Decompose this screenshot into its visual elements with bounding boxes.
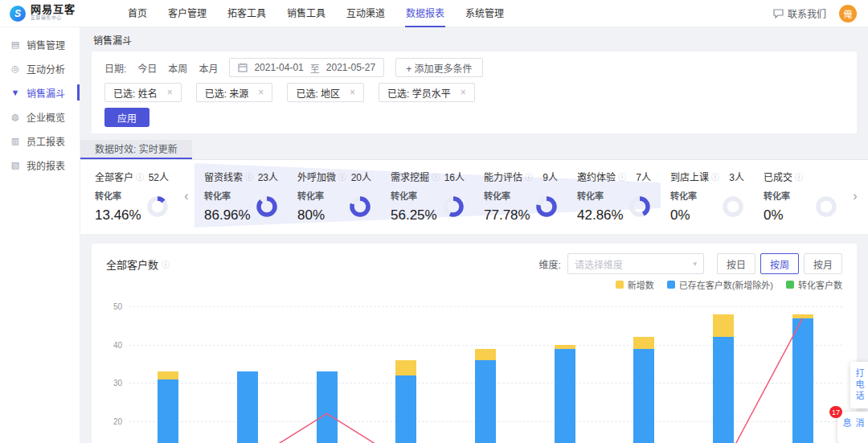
sales-manage-icon: ▤ [10, 39, 20, 50]
bar-8[interactable] [792, 314, 813, 443]
page-title: 销售漏斗 [80, 27, 868, 51]
filter-chip-0[interactable]: 已选: 姓名× [104, 83, 182, 102]
conversion-rate-value: 56.25% [391, 207, 437, 224]
gridline [129, 306, 842, 307]
date-to-value: 2021-05-27 [326, 62, 375, 73]
dimension-label: 维度: [539, 257, 561, 271]
legend-item-1[interactable]: 已存在客户数(新增除外) [667, 279, 773, 290]
filter-chip-3[interactable]: 已选: 学员水平× [379, 83, 475, 102]
bar-0[interactable] [158, 371, 178, 443]
legend-label: 新增数 [628, 278, 654, 291]
funnel-stage-4: 能力评估ⓘ9人转化率77.78% [474, 166, 567, 226]
funnel-card: 全部客户ⓘ52人转化率13.46%‹留资线索ⓘ23人转化率86.96%外呼加微ⓘ… [80, 160, 868, 234]
quick-date-1[interactable]: 本周 [168, 61, 187, 75]
stage-name-label: 邀约体验 [577, 170, 616, 183]
quick-date-0[interactable]: 今日 [137, 61, 157, 75]
stage-name-label: 已成交 [764, 170, 792, 183]
close-icon[interactable]: × [461, 87, 466, 98]
period-button-1[interactable]: 按周 [760, 253, 799, 274]
chevron-left-icon[interactable]: ‹ [178, 166, 194, 226]
nav-item-2[interactable]: 拓客工具 [217, 0, 276, 27]
close-icon[interactable]: × [167, 87, 173, 98]
bar-3[interactable] [395, 360, 416, 443]
contact-us-label: 联系我们 [788, 6, 826, 20]
conversion-donut [442, 195, 465, 218]
bar-4[interactable] [475, 349, 496, 443]
bar-6[interactable] [633, 337, 654, 443]
sidebar-item-1[interactable]: ◎互动分析 [0, 56, 80, 80]
y-axis: 20304050 [106, 297, 129, 443]
filter-chip-1[interactable]: 已选: 来源× [196, 83, 273, 102]
funnel-stage-1: 留资线索ⓘ23人转化率86.96% [194, 166, 288, 226]
add-condition-button[interactable]: + 添加更多条件 [395, 58, 482, 77]
message-float-button[interactable]: 17 消息 [837, 412, 868, 443]
filter-chip-label: 已选: 地区 [296, 86, 340, 100]
funnel-stage-6: 到店上课ⓘ3人转化率0% [661, 166, 754, 226]
conversion-rate-label: 转化率 [204, 189, 251, 202]
info-icon: ⓘ [618, 170, 626, 183]
funnel-stage-5: 邀约体验ⓘ7人转化率42.86% [567, 166, 661, 226]
stage-name-label: 能力评估 [484, 170, 522, 183]
sidebar-item-2[interactable]: ▼销售漏斗 [0, 80, 80, 105]
call-float-button[interactable]: 打电话 [850, 362, 868, 408]
date-range-picker[interactable]: 2021-04-01 至 2021-05-27 [229, 58, 384, 77]
bar-existing-segment [158, 379, 178, 443]
stage-count: 20人 [351, 170, 371, 183]
sidebar-item-5[interactable]: ▧我的报表 [0, 153, 80, 177]
conversion-rate-label: 转化率 [484, 189, 530, 202]
staff-report-icon: ▥ [10, 136, 20, 146]
dimension-select[interactable]: 请选择维度 ▾ [567, 253, 704, 274]
bar-existing-segment [395, 375, 416, 443]
info-icon: ⓘ [432, 170, 440, 183]
legend-item-0[interactable]: 新增数 [616, 279, 654, 290]
bar-7[interactable] [713, 314, 734, 443]
conversion-donut [535, 195, 558, 218]
apply-button[interactable]: 应用 [104, 108, 149, 127]
sidebar-item-4[interactable]: ▥员工报表 [0, 129, 80, 153]
bar-new-segment [158, 371, 178, 379]
legend-label: 转化客户数 [798, 278, 842, 291]
nav-item-3[interactable]: 销售工具 [276, 0, 336, 27]
bar-5[interactable] [555, 345, 575, 443]
company-overview-icon: ◍ [10, 112, 20, 122]
quick-date-2[interactable]: 本月 [199, 61, 218, 75]
sidebar: ▤销售管理◎互动分析▼销售漏斗◍企业概览▥员工报表▧我的报表 [0, 27, 80, 443]
close-icon[interactable]: × [258, 87, 264, 98]
close-icon[interactable]: × [350, 87, 355, 98]
period-button-2[interactable]: 按月 [804, 253, 842, 274]
conversion-rate-label: 转化率 [297, 189, 325, 202]
tab-strip: 数据时效: 实时更新 [80, 140, 868, 160]
bar-2[interactable] [317, 371, 338, 443]
bar-new-segment [475, 349, 496, 360]
message-label: 消息 [841, 418, 864, 429]
conversion-rate-value: 13.46% [95, 207, 141, 224]
nav-item-0[interactable]: 首页 [117, 0, 158, 27]
bar-1[interactable] [237, 371, 258, 443]
conversion-rate-label: 转化率 [670, 189, 697, 202]
main-content: 销售漏斗 日期: 今日本周本月 2021-04-01 至 2021-05-27 … [80, 27, 868, 443]
stage-count: 52人 [149, 170, 169, 183]
conversion-rate-value: 77.78% [484, 207, 530, 224]
info-icon: ⓘ [525, 170, 533, 183]
bar-existing-segment [633, 349, 654, 443]
sidebar-item-3[interactable]: ◍企业概览 [0, 105, 80, 129]
nav-item-4[interactable]: 互动渠道 [336, 0, 395, 27]
brand-subtitle: 互联销售中心 [31, 14, 63, 21]
legend-item-2[interactable]: 转化客户数 [786, 279, 842, 290]
chevron-right-icon[interactable]: › [847, 166, 863, 226]
conversion-rate-value: 0% [670, 207, 697, 224]
nav-item-5[interactable]: 数据报表 [395, 0, 455, 27]
user-avatar[interactable]: 俺 [839, 5, 857, 23]
nav-item-6[interactable]: 系统管理 [455, 0, 514, 27]
sidebar-item-0[interactable]: ▤销售管理 [0, 32, 80, 56]
bar-existing-segment [713, 337, 734, 443]
filter-chip-2[interactable]: 已选: 地区× [287, 83, 364, 102]
conversion-rate-value: 42.86% [577, 207, 624, 224]
contact-us-button[interactable]: 联系我们 [773, 6, 826, 20]
info-icon: ⓘ [795, 170, 803, 183]
tab-data-freshness[interactable]: 数据时效: 实时更新 [80, 140, 192, 159]
nav-item-1[interactable]: 客户管理 [158, 0, 217, 27]
bar-new-segment [395, 360, 416, 375]
period-button-0[interactable]: 按日 [717, 253, 755, 274]
conversion-rate-label: 转化率 [764, 189, 790, 202]
